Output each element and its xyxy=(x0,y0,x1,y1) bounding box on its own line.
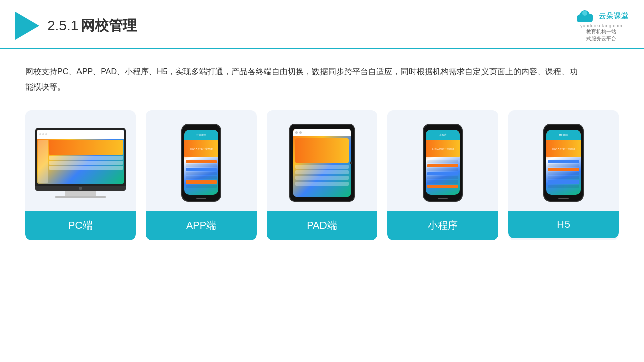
header: 2.5.1网校管理 云朵课堂 yunduoketang.com 教育机构一站 式… xyxy=(0,0,644,49)
header-left: 2.5.1网校管理 xyxy=(15,12,137,40)
brand-logo: 云朵课堂 yunduoketang.com 教育机构一站 式服务云平台 xyxy=(574,9,629,42)
phone-mockup-app: 云朵课堂 职达人的第一堂网课 xyxy=(181,124,221,202)
pc-mockup xyxy=(35,128,126,198)
card-app-label: APP端 xyxy=(146,211,257,240)
card-h5: H5页面 职达人的第一堂网课 xyxy=(508,110,619,240)
main-content: 网校支持PC、APP、PAD、小程序、H5，实现多端打通，产品各终端自由切换，数… xyxy=(0,49,644,255)
card-pad-label: PAD端 xyxy=(267,211,377,240)
logo-triangle-icon xyxy=(15,12,39,40)
phone-mockup-h5: H5页面 职达人的第一堂网课 xyxy=(543,124,584,202)
card-app: 云朵课堂 职达人的第一堂网课 xyxy=(146,110,257,240)
brand-logo-icon: 云朵课堂 xyxy=(574,9,629,23)
pc-screen xyxy=(35,128,126,186)
description-text: 网校支持PC、APP、PAD、小程序、H5，实现多端打通，产品各终端自由切换，数… xyxy=(25,64,579,95)
cloud-icon xyxy=(574,9,596,23)
svg-rect-3 xyxy=(577,17,593,22)
brand-name: 云朵课堂 xyxy=(599,12,629,21)
card-h5-label: H5 xyxy=(508,211,619,238)
card-pad-image xyxy=(267,110,377,211)
phone-mockup-mini: 小程序 职达人的第一堂网课 xyxy=(423,124,463,202)
card-pc-label: PC端 xyxy=(25,211,136,240)
brand-url: yunduoketang.com xyxy=(580,23,622,28)
page-title: 2.5.1网校管理 xyxy=(47,16,137,35)
card-app-image: 云朵课堂 职达人的第一堂网课 xyxy=(146,110,257,211)
platform-cards: PC端 云朵课堂 职达人的第一堂网课 xyxy=(25,110,619,240)
card-pad: PAD端 xyxy=(267,110,377,240)
card-h5-image: H5页面 职达人的第一堂网课 xyxy=(508,110,619,211)
svg-point-4 xyxy=(582,11,587,16)
card-miniprogram-label: 小程序 xyxy=(387,211,498,240)
section-number: 2.5.1 xyxy=(47,18,78,33)
tablet-mockup xyxy=(289,124,355,202)
brand-slogan: 教育机构一站 式服务云平台 xyxy=(586,28,616,42)
card-miniprogram: 小程序 职达人的第一堂网课 xyxy=(387,110,498,240)
card-pc: PC端 xyxy=(25,110,136,240)
pc-chin xyxy=(35,186,126,191)
card-pc-image xyxy=(25,110,136,211)
card-miniprogram-image: 小程序 职达人的第一堂网课 xyxy=(387,110,498,211)
